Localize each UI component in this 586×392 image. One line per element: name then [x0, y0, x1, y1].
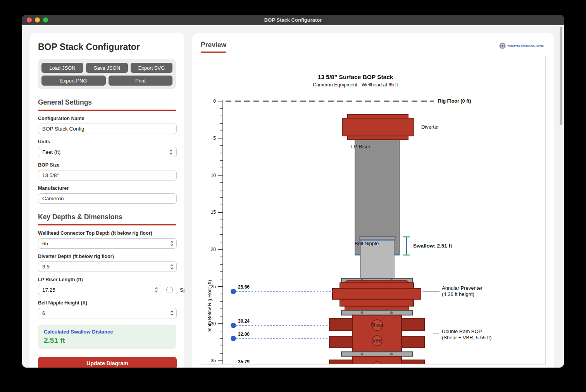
ram-wing-right: [402, 336, 424, 348]
update-diagram-button[interactable]: Update Diagram: [38, 357, 177, 368]
calculated-swallow-box: Calculated Swallow Distance 2.51 ft: [38, 325, 176, 349]
swallow-label: Swallow: 2.51 ft: [413, 243, 452, 249]
print-button[interactable]: Print: [109, 76, 173, 86]
wellhead-depth-input[interactable]: [38, 238, 177, 249]
stepper-icon[interactable]: [155, 287, 158, 293]
ram-wing-left: [329, 360, 352, 364]
units-select-value: Feet (ft): [42, 149, 60, 155]
bell-nipple-label: Bell Nipple: [355, 241, 379, 246]
diverter-body: [342, 118, 414, 136]
flange-annular-ram-bolt: [361, 311, 364, 314]
swallow-distance-label: Calculated Swallow Distance: [44, 329, 170, 335]
annular-annotation: (4.26 ft height): [442, 291, 474, 297]
bop-stack-diagram: 13 5/8" Surface BOP StackCameron Equipme…: [201, 56, 545, 364]
config-name-input[interactable]: [38, 124, 177, 134]
split-checkbox-label: Split: [180, 287, 185, 293]
bell-nipple-height-input[interactable]: [38, 308, 177, 318]
rig-floor-label: Rig Floor (0 ft): [438, 98, 471, 104]
close-window-icon[interactable]: [27, 17, 32, 22]
load-json-button[interactable]: Load JSON: [41, 63, 83, 73]
annular-taper: [345, 306, 409, 310]
diverter-label: Diverter: [421, 124, 439, 130]
bop-size-input[interactable]: [38, 170, 177, 181]
company-logo: TARGETED APPROACH LIMITED: [499, 43, 544, 49]
select-stepper-icon[interactable]: [169, 149, 172, 155]
export-svg-button[interactable]: Export SVG: [131, 63, 172, 73]
diagram-canvas: 13 5/8" Surface BOP StackCameron Equipme…: [201, 56, 546, 365]
logo-text: TARGETED APPROACH LIMITED: [507, 45, 544, 47]
shear-ram-label: Shear: [371, 322, 383, 328]
annular-band-wide: [333, 289, 421, 299]
diverter-cap-top: [348, 114, 408, 118]
ram-wing-right: [402, 360, 424, 364]
depth-marker-label: 30.24: [238, 318, 250, 324]
units-select[interactable]: Feet (ft): [38, 147, 177, 157]
swallow-distance-value: 2.51 ft: [44, 336, 170, 345]
stepper-icon[interactable]: [170, 241, 174, 246]
tick-label: 15: [211, 210, 216, 215]
tick-label: 20: [211, 247, 216, 252]
general-settings-heading: General Settings: [38, 98, 176, 111]
stepper-icon[interactable]: [170, 310, 174, 316]
annular-annotation: Annular Preventer: [442, 285, 483, 291]
split-checkbox[interactable]: [166, 287, 173, 293]
lp-riser-length-input[interactable]: [38, 285, 161, 295]
tick-label: 10: [211, 173, 216, 178]
ram-wing-left: [329, 318, 352, 331]
config-name-label: Configuration Name: [38, 116, 176, 121]
diverter-depth-label: Diverter Depth (ft below rig floor): [38, 254, 176, 259]
ram-wing-left: [329, 336, 352, 348]
depth-marker-label: 25.66: [238, 284, 250, 290]
zoom-window-icon[interactable]: [43, 17, 48, 22]
file-toolbar: Load JSON Save JSON Export SVG Export PN…: [38, 59, 176, 89]
preview-heading: Preview: [201, 41, 545, 49]
window-content: BOP Stack Configurator Load JSON Save JS…: [22, 25, 564, 368]
flange-annular-ram-bolt: [390, 311, 393, 314]
flange-ram-lower-bolt: [361, 353, 364, 356]
export-png-button[interactable]: Export PNG: [41, 76, 106, 86]
config-panel: BOP Stack Configurator Load JSON Save JS…: [29, 33, 185, 368]
manufacturer-label: Manufacturer: [38, 186, 176, 191]
annular-band-upper: [340, 283, 414, 288]
tick-label: 0: [213, 98, 216, 104]
ram-wing-right: [402, 318, 424, 331]
depth-marker-dot: [231, 336, 236, 341]
tick-label: 35: [211, 358, 216, 363]
depth-marker-label: 32.00: [238, 332, 250, 337]
double-ram-annotation: Double Ram BOP: [442, 328, 482, 334]
window-scrollbar[interactable]: [560, 27, 562, 125]
flange-annular-ram: [341, 310, 412, 315]
depth-marker-dot: [231, 323, 236, 328]
flange-ram-lower-bolt: [390, 353, 393, 356]
manufacturer-input[interactable]: [38, 193, 177, 204]
preview-panel: Preview TARGETED APPROACH LIMITED 13 5/8…: [192, 33, 554, 368]
double-ram-annotation: (Shear + VBR, 5.55 ft): [442, 335, 491, 340]
key-depths-heading: Key Depths & Dimensions: [38, 213, 176, 225]
vbr-ram-label: VBR: [372, 338, 382, 344]
depth-marker-dot: [231, 289, 236, 294]
title-bar: BOP Stack Configurator: [22, 15, 564, 25]
bell-nipple-height-label: Bell Nipple Height (ft): [38, 300, 176, 306]
wellhead-depth-label: Wellhead Connector Top Depth (ft below r…: [38, 230, 176, 236]
depth-marker-label: 35.79: [238, 359, 250, 364]
diagram-title: 13 5/8" Surface BOP Stack: [318, 74, 393, 80]
diverter-depth-input[interactable]: [38, 261, 177, 272]
lp-riser-length-label: LP Riser Length (ft): [38, 277, 176, 282]
minimize-window-icon[interactable]: [35, 17, 40, 22]
save-json-button[interactable]: Save JSON: [86, 63, 128, 73]
lp-riser-label: LP Riser: [351, 144, 371, 150]
diagram-subtitle: Cameron Equipment - Wellhead at 65 ft: [313, 82, 398, 88]
panel-title: BOP Stack Configurator: [38, 42, 176, 52]
diverter-cap-bottom: [348, 136, 408, 140]
axis-label: Depth Below Rig Floor (ft): [207, 280, 212, 334]
annular-band-lower: [340, 299, 414, 306]
bell-nipple-cap: [359, 236, 395, 239]
stepper-icon[interactable]: [170, 264, 174, 270]
preview-heading-underline: [201, 52, 226, 53]
flange-ram-lower: [341, 352, 412, 356]
tick-label: 5: [213, 136, 216, 141]
logo-icon: [499, 43, 506, 49]
units-label: Units: [38, 139, 176, 144]
window-title: BOP Stack Configurator: [22, 17, 564, 23]
bop-size-label: BOP Size: [38, 162, 176, 168]
